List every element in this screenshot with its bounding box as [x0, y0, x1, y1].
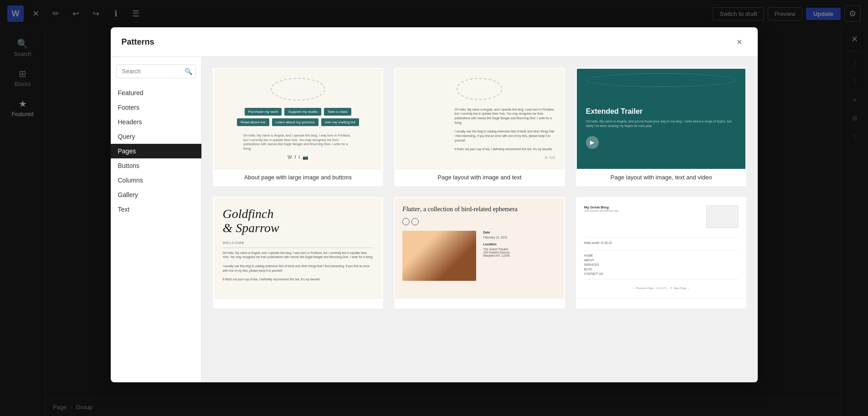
search-input-wrap: 🔍 — [116, 64, 196, 78]
next-page: Next Page → — [674, 287, 690, 289]
tw-social-icon: t — [299, 155, 300, 160]
flutter-bird-image — [402, 231, 476, 281]
flutter-title: Flutter, a collection of bird-related ep… — [402, 205, 557, 213]
nav-item-gallery[interactable]: Gallery — [111, 188, 201, 202]
mini-btn-2: Support my studio — [284, 108, 321, 116]
ig-social-icon: 📷 — [303, 155, 308, 160]
nav-item-query[interactable]: Query — [111, 129, 201, 144]
flutter-icons — [402, 218, 557, 225]
pattern-card-video[interactable]: Extended Trailer Oh hello, My name is An… — [576, 68, 747, 186]
pattern-label-blog — [577, 298, 746, 308]
blog-pagination: ← Previous Page 1 2 3 4 5 … 8 Next Page … — [584, 287, 739, 289]
modal-search-box: 🔍 — [111, 64, 201, 86]
mini-btn-1: Purchase my work — [245, 108, 282, 116]
video-title: Extended Trailer — [586, 107, 737, 116]
flutter-info: Date February 12, 2021 Location The Gran… — [483, 231, 557, 281]
modal-header: Patterns × — [111, 27, 758, 57]
modal-nav: 🔍 Featured Footers Headers Query Pages B… — [111, 57, 202, 382]
blog-header: My Great Blog Just another WordPress sit… — [584, 205, 739, 228]
welcome-label: WELCOME — [223, 241, 374, 245]
blog-divider-2 — [584, 250, 739, 250]
modal-title: Patterns — [122, 37, 154, 47]
mini-btn-5: Learn about my process — [272, 118, 318, 126]
search-icon: 🔍 — [185, 68, 192, 75]
blog-tagline: Just another WordPress site — [584, 209, 618, 212]
video-desc: Oh hello, My name is Angela, and you've … — [586, 119, 737, 129]
blog-divider — [584, 237, 739, 238]
pattern-preview-flutter: Flutter, a collection of bird-related ep… — [395, 198, 564, 298]
pattern-label-video: Page layout with image, text and video — [577, 169, 746, 185]
nav-item-buttons[interactable]: Buttons — [111, 158, 201, 173]
pattern-preview-video: Extended Trailer Oh hello, My name is An… — [577, 69, 746, 169]
page-numbers: 1 2 3 4 5 … 8 — [656, 287, 672, 289]
pattern-preview-blog: My Great Blog Just another WordPress sit… — [577, 198, 746, 298]
blog-nav: HOME ABOUT SERVICES BLOG CONTACT US — [584, 254, 739, 275]
blog-nav-about: ABOUT — [584, 259, 739, 262]
flutter-circle-1 — [402, 218, 410, 225]
dashed-circle-decoration — [271, 78, 325, 101]
nav-item-text[interactable]: Text — [111, 202, 201, 217]
blog-nav-contact: CONTACT US — [584, 272, 739, 275]
pattern-preview-goldfinch: Goldfinch& Sparrow WELCOME Oh hello. My … — [214, 198, 383, 298]
blog-nav-home: HOME — [584, 254, 739, 257]
button-row-1: Purchase my work Support my studio Take … — [245, 108, 351, 116]
social-icons: W f t 📷 — [288, 155, 308, 160]
dashed-half-circle — [457, 78, 502, 100]
fb-social-icon: f — [295, 155, 296, 160]
nav-item-pages[interactable]: Pages — [111, 144, 201, 158]
layout-text-block: Oh hello. My name is Angela, and I opera… — [455, 107, 555, 152]
modal-close-button[interactable]: × — [732, 35, 747, 49]
pattern-label-about: About page with large image and buttons — [214, 169, 383, 185]
wp-social-icon: W — [288, 155, 292, 160]
pattern-preview-layout: Oh hello. My name is Angela, and I opera… — [395, 69, 564, 169]
bio-text: Oh hello. My name is Angela, and I opera… — [243, 133, 353, 151]
nav-item-headers[interactable]: Headers — [111, 115, 201, 129]
modal-content: Purchase my work Support my studio Take … — [202, 57, 758, 382]
goldfinch-title: Goldfinch& Sparrow — [223, 207, 374, 235]
nav-item-footers[interactable]: Footers — [111, 100, 201, 115]
pattern-card-flutter[interactable]: Flutter, a collection of bird-related ep… — [394, 197, 565, 309]
mini-btn-6: Join my mailing list — [321, 118, 359, 126]
pattern-label-flutter — [395, 298, 564, 308]
blog-site-info: My Great Blog Just another WordPress sit… — [584, 205, 618, 212]
blog-nav-blog: BLOG — [584, 268, 739, 271]
blog-site-name: My Great Blog — [584, 205, 618, 209]
flutter-row: Date February 12, 2021 Location The Gran… — [402, 231, 557, 281]
blog-nav-services: SERVICES — [584, 263, 739, 266]
hello-world-label: Hello world! 10.20.22 — [584, 241, 739, 244]
pattern-label-layout: Page layout with image and text — [395, 169, 564, 185]
modal-overlay: Patterns × 🔍 Featured Footers Headers Qu… — [0, 0, 868, 416]
prev-page: ← Previous Page — [632, 287, 654, 289]
flutter-circle-2 — [411, 218, 419, 225]
mini-btn-3: Take a class — [324, 108, 351, 116]
nav-item-featured[interactable]: Featured — [111, 86, 201, 100]
patterns-modal: Patterns × 🔍 Featured Footers Headers Qu… — [111, 27, 758, 382]
button-row-2: Read about me Learn about my process Joi… — [237, 118, 359, 126]
blog-screenshot — [706, 205, 738, 228]
play-button[interactable]: ▶ — [586, 136, 599, 149]
pattern-card-blog[interactable]: My Great Blog Just another WordPress sit… — [576, 197, 747, 309]
small-icon: ⊕ hid — [544, 155, 555, 160]
pattern-card-goldfinch[interactable]: Goldfinch& Sparrow WELCOME Oh hello. My … — [213, 197, 384, 309]
pattern-label-goldfinch — [214, 298, 383, 308]
mini-btn-4: Read about me — [237, 118, 269, 126]
dashed-top-decoration — [586, 73, 737, 87]
nav-item-columns[interactable]: Columns — [111, 173, 201, 188]
blog-divider-3 — [584, 279, 739, 279]
pattern-card-about[interactable]: Purchase my work Support my studio Take … — [213, 68, 384, 186]
search-input[interactable] — [116, 64, 196, 78]
patterns-grid: Purchase my work Support my studio Take … — [213, 68, 747, 309]
pattern-card-layout[interactable]: Oh hello. My name is Angela, and I opera… — [394, 68, 565, 186]
gold-bio: Oh hello. My name is Angela, and I opera… — [223, 251, 374, 282]
pattern-preview-about: Purchase my work Support my studio Take … — [214, 69, 383, 169]
gold-divider — [223, 248, 374, 248]
modal-body: 🔍 Featured Footers Headers Query Pages B… — [111, 57, 758, 382]
